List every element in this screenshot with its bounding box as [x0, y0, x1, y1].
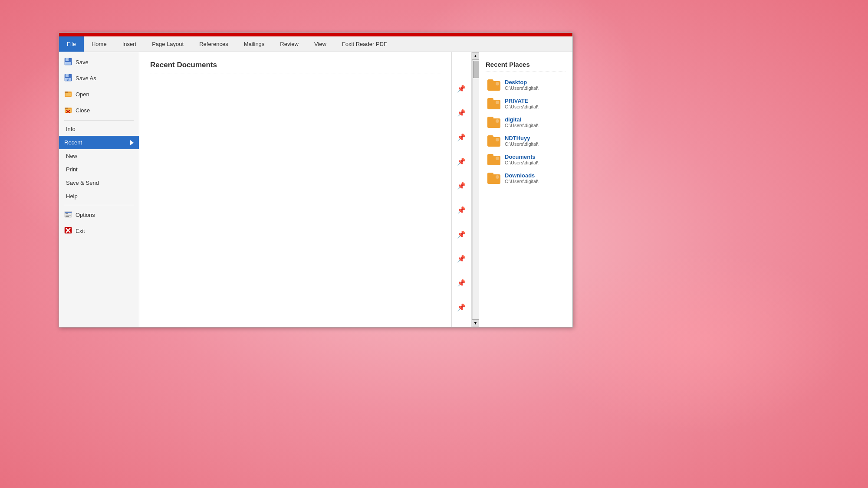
sidebar-options-label: Options [76, 212, 95, 218]
sidebar-close-label: Close [76, 107, 90, 114]
sidebar-item-saveas[interactable]: A Save As [59, 70, 139, 86]
sidebar-item-info[interactable]: Info [59, 122, 139, 136]
menu-review[interactable]: Review [272, 36, 306, 52]
svg-rect-2 [68, 59, 69, 61]
sidebar-item-help[interactable]: Help [59, 190, 139, 203]
menu-insert[interactable]: Insert [115, 36, 145, 52]
svg-rect-11 [66, 93, 71, 96]
place-name-private: PRIVATE [505, 98, 539, 104]
pin-column: 📌 📌 📌 📌 📌 📌 📌 📌 📌 📌 [452, 52, 471, 327]
title-bar-stripe [59, 33, 572, 36]
place-path-digital: C:\Users\digital\ [505, 123, 539, 128]
pin-icon-5[interactable]: 📌 [452, 174, 471, 198]
place-item-downloads[interactable]: Downloads C:\Users\digital\ [486, 169, 566, 187]
place-path-desktop: C:\Users\digital\ [505, 85, 539, 91]
pin-icon-4[interactable]: 📌 [452, 149, 471, 174]
folder-icon-digital [487, 117, 500, 128]
pin-icon-9[interactable]: 📌 [452, 271, 471, 295]
scrollbar-up-button[interactable]: ▲ [472, 52, 480, 60]
menu-references[interactable]: References [191, 36, 236, 52]
sidebar-save-label: Save [76, 59, 89, 66]
sidebar-print-label: Print [66, 166, 78, 173]
place-info-documents: Documents C:\Users\digital\ [505, 154, 539, 165]
menu-pagelayout[interactable]: Page Layout [144, 36, 191, 52]
main-area: Save A Save As [59, 52, 572, 327]
svg-rect-19 [66, 213, 68, 214]
sidebar-saveandsend-label: Save & Send [66, 180, 99, 186]
scrollbar-thumb[interactable] [473, 61, 479, 78]
save-icon [64, 58, 72, 67]
sidebar-divider-1 [64, 120, 134, 121]
place-item-private[interactable]: PRIVATE C:\Users\digital\ [486, 94, 566, 113]
close-icon [64, 106, 72, 115]
place-name-documents: Documents [505, 154, 539, 160]
sidebar-item-exit[interactable]: Exit [59, 223, 139, 239]
menu-mailings[interactable]: Mailings [236, 36, 273, 52]
recent-docs-title: Recent Documents [150, 61, 441, 73]
place-path-ndthuyy: C:\Users\digital\ [505, 141, 539, 147]
open-icon [64, 90, 72, 99]
pin-icon-8[interactable]: 📌 [452, 246, 471, 271]
menu-file[interactable]: File [59, 36, 84, 52]
place-item-desktop[interactable]: Desktop C:\Users\digital\ [486, 75, 566, 94]
svg-rect-10 [65, 92, 68, 93]
place-path-private: C:\Users\digital\ [505, 104, 539, 109]
folder-icon-private [487, 98, 500, 109]
svg-text:A: A [67, 78, 69, 81]
sidebar-item-saveandsend[interactable]: Save & Send [59, 176, 139, 190]
pin-icon-3[interactable]: 📌 [452, 125, 471, 149]
menu-view[interactable]: View [306, 36, 334, 52]
place-name-digital: digital [505, 116, 539, 123]
pin-icon-1[interactable]: 📌 [452, 76, 471, 101]
sidebar-item-open[interactable]: Open [59, 86, 139, 102]
sidebar-info-label: Info [66, 126, 76, 132]
pin-icon-7[interactable]: 📌 [452, 222, 471, 246]
place-info-ndthuyy: NDTHuyy C:\Users\digital\ [505, 135, 539, 147]
content-area: Recent Documents 📌 📌 📌 📌 📌 📌 📌 📌 📌 📌 ▲ [139, 52, 572, 327]
place-info-private: PRIVATE C:\Users\digital\ [505, 98, 539, 109]
folder-icon-ndthuyy [487, 135, 500, 147]
menu-home[interactable]: Home [84, 36, 115, 52]
sidebar: Save A Save As [59, 52, 139, 327]
scrollbar: ▲ ▼ [471, 52, 479, 327]
options-icon [64, 210, 72, 219]
place-item-documents[interactable]: Documents C:\Users\digital\ [486, 150, 566, 169]
sidebar-item-print[interactable]: Print [59, 163, 139, 176]
pin-icon-2[interactable]: 📌 [452, 101, 471, 125]
place-path-downloads: C:\Users\digital\ [505, 179, 539, 184]
scrollbar-down-button[interactable]: ▼ [472, 319, 480, 327]
app-window: File Home Insert Page Layout References … [59, 33, 573, 328]
svg-rect-13 [65, 108, 68, 109]
folder-icon-desktop [487, 79, 500, 91]
place-item-ndthuyy[interactable]: NDTHuyy C:\Users\digital\ [486, 131, 566, 150]
folder-icon-downloads [487, 173, 500, 184]
place-info-digital: digital C:\Users\digital\ [505, 116, 539, 128]
place-name-downloads: Downloads [505, 172, 539, 179]
sidebar-recent-label: Recent [64, 139, 82, 146]
sidebar-item-new[interactable]: New [59, 149, 139, 163]
recent-docs-panel: Recent Documents [139, 52, 452, 327]
sidebar-item-recent[interactable]: Recent [59, 136, 139, 149]
recent-places-title: Recent Places [486, 61, 566, 72]
sidebar-exit-label: Exit [76, 228, 85, 234]
svg-rect-20 [66, 215, 71, 216]
sidebar-item-close[interactable]: Close [59, 102, 139, 118]
sidebar-item-save[interactable]: Save [59, 54, 139, 70]
pin-icon-6[interactable]: 📌 [452, 198, 471, 222]
place-item-digital[interactable]: digital C:\Users\digital\ [486, 113, 566, 131]
pin-icon-10[interactable]: 📌 [452, 295, 471, 319]
sidebar-open-label: Open [76, 91, 89, 98]
menu-bar: File Home Insert Page Layout References … [59, 36, 572, 52]
place-name-ndthuyy: NDTHuyy [505, 135, 539, 141]
sidebar-saveas-label: Save As [76, 75, 96, 82]
sidebar-divider-2 [64, 205, 134, 205]
place-path-documents: C:\Users\digital\ [505, 160, 539, 165]
sidebar-help-label: Help [66, 193, 78, 200]
recent-places-panel: Recent Places Desktop C:\Users\digital\ [479, 52, 572, 327]
sidebar-item-options[interactable]: Options [59, 207, 139, 223]
place-info-downloads: Downloads C:\Users\digital\ [505, 172, 539, 184]
svg-rect-21 [66, 216, 69, 217]
folder-icon-documents [487, 154, 500, 165]
menu-foxitpdf[interactable]: Foxit Reader PDF [334, 36, 395, 52]
svg-rect-3 [65, 62, 71, 65]
